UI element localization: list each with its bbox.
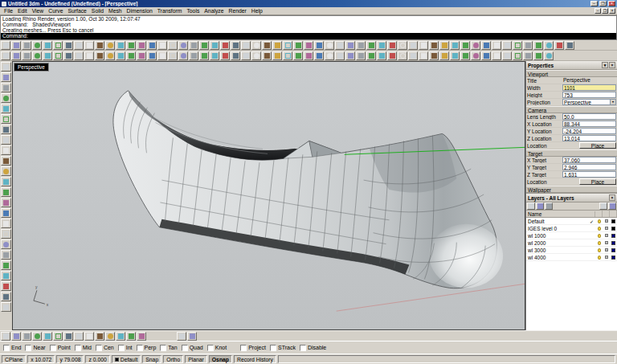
osnap-project[interactable]: Project [240, 345, 266, 351]
toolbar-icon[interactable] [387, 41, 397, 50]
osnap-disable[interactable]: Disable [300, 345, 326, 351]
layers-name-column-header[interactable]: Name [526, 211, 595, 217]
toolbar-icon[interactable] [377, 41, 386, 50]
layer-color-column-header[interactable] [610, 211, 617, 217]
layer-visibility-bulb-icon[interactable] [595, 241, 603, 245]
layer-row-default[interactable]: Default✓ [526, 218, 617, 225]
toolbar-icon[interactable] [293, 51, 303, 60]
toolbar-icon[interactable] [168, 41, 178, 50]
layer-lock-icon[interactable] [603, 248, 610, 252]
menu-curve[interactable]: Curve [46, 8, 65, 14]
toolbar-icon[interactable] [116, 41, 125, 50]
toolbar-icon[interactable] [408, 51, 418, 60]
toolbar-icon[interactable] [366, 51, 376, 60]
toolbar-icon[interactable] [157, 51, 167, 60]
toolbar-icon[interactable] [105, 51, 115, 60]
toolbar-icon[interactable] [11, 41, 21, 50]
toolbar-icon[interactable] [450, 51, 460, 60]
checkbox-icon[interactable] [137, 345, 143, 351]
layers-tool-icon[interactable] [527, 202, 535, 210]
toolbar-icon[interactable] [460, 51, 470, 60]
osnap-strack[interactable]: STrack [270, 345, 296, 351]
toolbar-icon[interactable] [1, 51, 10, 60]
properties-close-icon[interactable]: × [609, 62, 615, 68]
toolbar-icon[interactable] [460, 41, 470, 50]
bottom-toolbar-icon[interactable] [187, 332, 197, 341]
toolbar-icon[interactable] [419, 51, 428, 60]
toolbar-icon[interactable] [251, 41, 261, 50]
bottom-toolbar-icon[interactable] [53, 332, 63, 341]
checkbox-icon[interactable] [75, 345, 81, 351]
toolbar-icon[interactable] [74, 41, 84, 50]
statusbar-toggle-ortho[interactable]: Ortho [163, 355, 183, 363]
toolbar-icon[interactable] [377, 51, 386, 60]
checkbox-icon[interactable] [25, 345, 31, 351]
toolbar-icon[interactable] [513, 51, 522, 60]
layer-color-swatch[interactable] [610, 256, 617, 260]
place-button[interactable]: Place [579, 178, 616, 185]
menu-surface[interactable]: Surface [65, 8, 88, 14]
toolbar-icon[interactable] [199, 51, 209, 60]
viewport-title-tab[interactable]: Perspective [14, 63, 49, 72]
toolbar-icon[interactable] [95, 41, 104, 50]
toolbar-icon[interactable] [429, 41, 439, 50]
toolbar-icon[interactable] [356, 41, 366, 50]
toolbar-icon[interactable] [22, 51, 31, 60]
property-input[interactable]: 37.060 [562, 157, 616, 163]
layer-lock-icon[interactable] [603, 256, 610, 259]
toolbar-icon[interactable] [43, 51, 52, 60]
toolbar-icon[interactable] [1, 41, 10, 50]
toolbar-icon[interactable] [210, 51, 219, 60]
left-toolbar-icon[interactable] [1, 239, 11, 249]
perspective-viewport[interactable]: Perspective [12, 61, 525, 330]
toolbar-icon[interactable] [293, 41, 303, 50]
toolbar-icon[interactable] [63, 41, 73, 50]
toolbar-icon[interactable] [178, 51, 188, 60]
toolbar-icon[interactable] [408, 41, 418, 50]
bottom-toolbar-icon[interactable] [84, 332, 94, 341]
layer-lock-icon[interactable] [603, 241, 610, 244]
toolbar-icon[interactable] [481, 41, 491, 50]
layer-row-wl-3000[interactable]: wl 3000 [526, 247, 617, 254]
layer-visibility-bulb-icon[interactable] [595, 248, 603, 252]
property-input[interactable]: 50.0 [562, 113, 616, 120]
layers-tool-icon[interactable] [536, 202, 544, 210]
toolbar-icon[interactable] [178, 41, 188, 50]
layer-visibility-column-header[interactable] [595, 211, 603, 217]
bottom-toolbar-icon[interactable] [137, 332, 146, 341]
left-toolbar-icon[interactable] [1, 250, 11, 260]
left-toolbar-icon[interactable] [1, 177, 11, 186]
layer-lock-icon[interactable] [603, 219, 610, 223]
toolbar-icon[interactable] [11, 51, 21, 60]
layer-color-swatch[interactable] [610, 241, 617, 245]
toolbar-icon[interactable] [231, 51, 240, 60]
toolbar-icon[interactable] [439, 51, 449, 60]
left-toolbar-icon[interactable] [1, 145, 11, 155]
layer-row-wl-1000[interactable]: wl 1000 [526, 232, 617, 239]
toolbar-icon[interactable] [335, 51, 345, 60]
panel-options-icon[interactable]: ▾ [602, 62, 608, 68]
left-toolbar-icon[interactable] [1, 219, 11, 228]
toolbar-icon[interactable] [304, 41, 313, 50]
osnap-quad[interactable]: Quad [182, 345, 203, 351]
checkbox-icon[interactable] [270, 345, 276, 351]
layer-visibility-bulb-icon[interactable] [595, 256, 603, 260]
toolbar-icon[interactable] [554, 41, 564, 50]
toolbar-icon[interactable] [22, 41, 31, 50]
layers-tool-icon[interactable] [545, 202, 553, 210]
place-button[interactable]: Place [579, 142, 616, 149]
property-input[interactable]: 13.014 [562, 135, 616, 141]
osnap-tan[interactable]: Tan [160, 345, 177, 351]
toolbar-icon[interactable] [157, 41, 167, 50]
layer-color-swatch[interactable] [610, 219, 617, 223]
checkbox-icon[interactable] [207, 345, 214, 351]
statusbar-toggle-planar[interactable]: Planar [185, 355, 207, 363]
toolbar-icon[interactable] [32, 41, 42, 50]
toolbar-icon[interactable] [63, 51, 73, 60]
menu-tools[interactable]: Tools [184, 8, 202, 14]
left-toolbar-icon[interactable] [1, 260, 11, 270]
left-toolbar-icon[interactable] [1, 62, 11, 72]
menu-help[interactable]: Help [249, 8, 265, 14]
menu-file[interactable]: File [2, 8, 15, 14]
osnap-point[interactable]: Point [50, 345, 71, 351]
